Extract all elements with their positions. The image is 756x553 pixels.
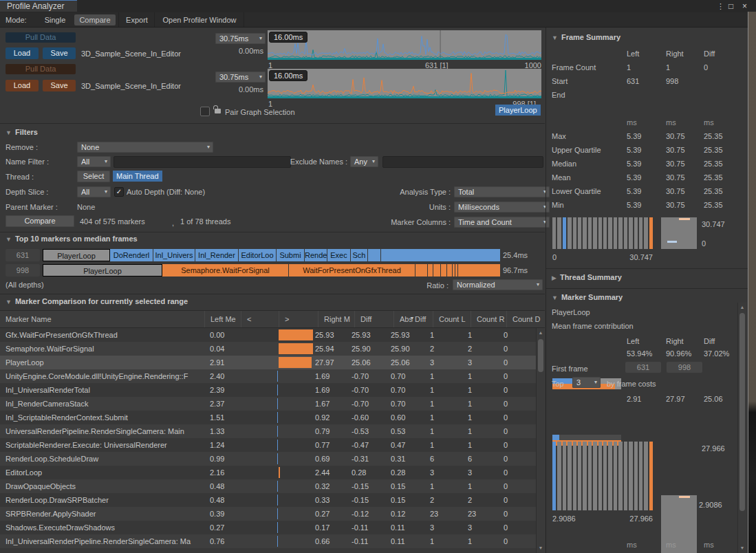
table-row[interactable]: Gfx.WaitForPresentOnGfxThread0.0025.9325… [0, 328, 536, 342]
scroll-down-icon[interactable]: ▼ [537, 545, 545, 552]
open-profiler-button[interactable]: Open Profiler Window [157, 14, 242, 25]
column-header--[interactable]: < [241, 311, 279, 327]
marker-summary-histogram[interactable] [552, 442, 653, 510]
save-right-button[interactable]: Save [43, 80, 76, 91]
column-header-count-l[interactable]: Count L [433, 311, 471, 327]
thread-summary-header[interactable]: ▶Thread Summary [552, 273, 622, 281]
table-row[interactable]: ScriptableRenderer.Execute: UniversalRen… [0, 438, 536, 452]
column-header-diff[interactable]: Diff [354, 311, 393, 327]
top10-marker-segment[interactable] [455, 264, 457, 276]
column-header-abs-diff[interactable]: Abs Diff▾ [393, 311, 433, 327]
graph-right-scale-dropdown[interactable]: 30.75ms▾ [215, 72, 266, 83]
comparison-header[interactable]: ▼Marker Comparison for currently selecte… [6, 297, 188, 305]
first-frame-right-button[interactable]: 998 [667, 362, 702, 373]
top10-marker-segment[interactable]: Rende [305, 249, 327, 261]
mode-compare-button[interactable]: Compare [74, 14, 116, 25]
thread-select-button[interactable]: Select [77, 171, 110, 182]
top10-marker-segment[interactable]: PlayerLoop [43, 249, 110, 261]
frame-summary-header[interactable]: ▼Frame Summary [552, 33, 620, 41]
exclude-names-input[interactable] [382, 156, 543, 168]
top10-marker-segment[interactable]: Exec [327, 249, 350, 261]
filters-header[interactable]: ▼Filters [6, 128, 38, 136]
top10-marker-segment[interactable]: WaitForPresentOnGfxThread [289, 264, 415, 276]
top10-marker-segment[interactable] [453, 264, 455, 276]
marker-summary-header[interactable]: ▼Marker Summary [552, 293, 623, 301]
window-tab[interactable]: Profile Analyzer [0, 0, 77, 12]
lock-icon[interactable] [215, 109, 221, 113]
frame-time-graph-right[interactable]: 16.00ms [268, 69, 541, 98]
top10-marker-segment[interactable] [447, 264, 452, 276]
frame-time-graph-left[interactable]: 16.00ms [268, 30, 541, 60]
top-n-dropdown[interactable]: 3▾ [572, 377, 601, 388]
export-button[interactable]: Export [121, 14, 153, 25]
scroll-up-icon[interactable]: ▲ [537, 329, 545, 336]
top10-frame-button[interactable]: 631 [6, 249, 40, 261]
top10-marker-segment[interactable] [368, 249, 380, 261]
exclude-mode-dropdown[interactable]: Any▾ [350, 156, 378, 167]
top10-marker-segment[interactable]: PlayerLoop [43, 264, 162, 276]
depth-slice-dropdown[interactable]: All▾ [77, 186, 111, 197]
table-row[interactable]: UniversalRenderPipeline.RenderSingleCame… [0, 424, 536, 438]
table-row[interactable]: Inl_UniversalRenderPipeline.RenderSingle… [0, 534, 536, 548]
save-left-button[interactable]: Save [43, 47, 76, 59]
top10-marker-segment[interactable] [381, 249, 500, 261]
compare-button[interactable]: Compare [6, 215, 74, 227]
column-header--[interactable]: > [279, 311, 318, 327]
pull-data-left-button[interactable]: Pull Data [6, 32, 76, 43]
scroll-down-icon[interactable]: ▼ [738, 545, 746, 552]
table-row[interactable]: Shadows.ExecuteDrawShadows0.270.17-0.110… [0, 521, 536, 534]
table-row[interactable]: Inl_RenderCameraStack2.371.67-0.700.7011… [0, 397, 536, 411]
table-row[interactable]: RenderLoop.ScheduleDraw0.990.69-0.310.31… [0, 452, 536, 466]
top10-marker-segment[interactable]: DoRenderl [110, 249, 153, 261]
frame-summary-histogram[interactable] [552, 217, 653, 249]
pair-graph-selection-checkbox[interactable] [200, 107, 210, 116]
selected-marker-pill[interactable]: PlayerLoop [495, 105, 541, 116]
marker-columns-dropdown[interactable]: Time and Count▾ [454, 217, 550, 228]
first-frame-left-button[interactable]: 631 [625, 362, 661, 373]
scroll-up-icon[interactable]: ▲ [738, 304, 746, 311]
remove-dropdown[interactable]: None▾ [77, 142, 213, 153]
table-row[interactable]: Semaphore.WaitForSignal0.0425.9425.9025.… [0, 342, 536, 356]
top10-marker-segment[interactable] [441, 264, 446, 276]
name-filter-mode-dropdown[interactable]: All▾ [77, 156, 111, 167]
table-row[interactable]: EditorLoop2.162.440.280.28330 [0, 466, 536, 479]
table-row[interactable]: SRPBRender.ApplyShader0.390.27-0.120.122… [0, 507, 536, 521]
comparison-scrollbar[interactable]: ▲ ▼ [536, 328, 545, 553]
load-right-button[interactable]: Load [6, 80, 39, 91]
table-row[interactable]: UnityEngine.CoreModule.dll!UnityEngine.R… [0, 369, 536, 383]
table-row[interactable]: Inl_ScriptableRenderContext.Submit1.510.… [0, 411, 536, 424]
column-header-right-m[interactable]: Right M [318, 311, 354, 327]
column-header-count-r[interactable]: Count R [471, 311, 506, 327]
column-header-marker-name[interactable]: Marker Name [0, 311, 204, 327]
graph-left-scale-dropdown[interactable]: 30.75ms▾ [215, 33, 266, 44]
mode-single-button[interactable]: Single [40, 14, 70, 25]
column-header-count-d[interactable]: Count D [506, 311, 544, 327]
marker-summary-scrollbar[interactable]: ▲ ▼ [737, 303, 746, 553]
menu-kebab-icon[interactable]: ⋮ [717, 1, 724, 12]
table-row[interactable]: DrawOpaqueObjects0.480.32-0.150.15110 [0, 479, 536, 493]
column-header-left-me[interactable]: Left Me [204, 311, 241, 327]
top10-header[interactable]: ▼Top 10 markers on median frames [6, 235, 138, 243]
top10-marker-segment[interactable]: Submi [277, 249, 304, 261]
units-dropdown[interactable]: Milliseconds▾ [454, 202, 550, 213]
maximize-icon[interactable]: □ [728, 1, 733, 12]
frame-summary-range-box[interactable] [661, 217, 697, 249]
analysis-type-dropdown[interactable]: Total▾ [454, 186, 550, 197]
close-icon[interactable]: × [742, 1, 747, 12]
top10-marker-segment[interactable]: Inl_Render [195, 249, 238, 261]
top10-marker-segment[interactable] [458, 264, 500, 276]
table-row[interactable]: Inl_UniversalRenderTotal2.391.69-0.700.7… [0, 383, 536, 397]
top10-marker-segment[interactable]: Sch [351, 249, 367, 261]
top10-marker-segment[interactable]: Semaphore.WaitForSignal [162, 264, 288, 276]
top10-frame-button[interactable]: 998 [6, 264, 40, 276]
table-row[interactable]: RenderLoop.DrawSRPBatcher0.480.33-0.150.… [0, 493, 536, 507]
ratio-dropdown[interactable]: Normalized▾ [453, 279, 543, 290]
name-filter-input[interactable] [114, 156, 291, 168]
load-left-button[interactable]: Load [6, 47, 39, 59]
table-row[interactable]: PlayerLoop2.9127.9725.0625.06330 [0, 356, 536, 369]
scrollbar-thumb[interactable] [538, 339, 543, 372]
top10-marker-segment[interactable] [415, 264, 427, 276]
top10-marker-segment[interactable] [428, 264, 433, 276]
auto-depth-checkbox[interactable]: ✓ [114, 187, 124, 197]
top10-marker-segment[interactable]: Inl_Univers [153, 249, 195, 261]
